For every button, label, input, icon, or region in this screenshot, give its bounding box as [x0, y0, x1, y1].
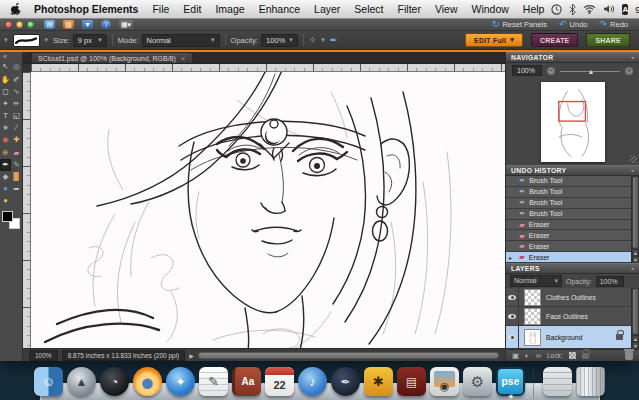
cookie-cutter-tool[interactable]: ★ [0, 122, 11, 134]
navigator-menu-icon[interactable]: ▪ [631, 54, 634, 61]
lasso-tool[interactable]: ∿ [11, 85, 22, 97]
smudge-tool[interactable]: ➦ [11, 183, 22, 195]
layer-visibility-toggle[interactable] [506, 307, 519, 325]
menu-item-help[interactable]: Help [516, 3, 552, 15]
create-button[interactable]: CREATE [531, 33, 578, 47]
canvas[interactable] [31, 72, 505, 348]
open-file-button[interactable]: ▨ [63, 20, 74, 29]
menu-item-edit[interactable]: Edit [176, 3, 208, 15]
dock-dashboard-icon[interactable]: ◔ [100, 367, 129, 396]
wifi-icon[interactable] [583, 4, 596, 14]
history-state-eraser[interactable]: ▸▰Eraser [506, 230, 631, 241]
brush-picker-dropdown[interactable]: ▾ [45, 36, 49, 44]
undo-history-scrollbar[interactable]: ▲ ▼ [631, 176, 639, 263]
slider-thumb-icon[interactable]: ▲ [588, 68, 595, 75]
undo-history-menu-icon[interactable]: ▪ [631, 167, 634, 174]
lock-all-icon[interactable] [582, 353, 589, 359]
dock-trash-icon[interactable] [576, 367, 605, 396]
dock-dictionary-icon[interactable]: Aa [232, 367, 261, 396]
history-state-eraser[interactable]: ▸▰Eraser [506, 252, 631, 263]
adjustment-layer-icon[interactable]: ◐ [525, 352, 530, 360]
panel-resize-grip[interactable] [630, 156, 637, 163]
minimize-window-button[interactable] [16, 21, 23, 28]
magic-wand-tool[interactable]: ✦ [0, 98, 11, 110]
history-state-eraser[interactable]: ▸▰Eraser [506, 220, 631, 231]
blend-mode-field[interactable]: Normal▾ [142, 34, 220, 47]
crop-tool[interactable]: ◱ [11, 110, 22, 122]
battery-indicator[interactable]: 98% [635, 4, 639, 15]
foreground-color-swatch[interactable] [2, 211, 13, 222]
hand-tool[interactable]: ✋ [0, 73, 11, 85]
layer-row-face-outlines[interactable]: Face Outlines [506, 307, 631, 326]
move-tool[interactable]: ↖ [0, 61, 11, 73]
menu-item-enhance[interactable]: Enhance [252, 3, 307, 15]
eraser-tool[interactable]: ▰ [11, 146, 22, 158]
reset-panels-button[interactable]: ↻Reset Panels [492, 20, 547, 29]
history-state-brush-tool[interactable]: ▸✒Brush Tool [506, 209, 631, 220]
menu-item-filter[interactable]: Filter [391, 3, 428, 15]
zoom-in-icon[interactable]: + [625, 67, 633, 75]
history-state-eraser[interactable]: ▸▰Eraser [506, 241, 631, 252]
dock-pages-icon[interactable]: ✒ [331, 367, 360, 396]
lock-transparency-icon[interactable] [569, 352, 576, 359]
layer-thumbnail[interactable] [524, 308, 541, 325]
undo-history-header[interactable]: UNDO HISTORY▪ [506, 165, 639, 176]
red-eye-tool[interactable]: ◉ [0, 134, 11, 146]
dock-textedit-icon[interactable]: ✎ [199, 367, 228, 396]
dock-firefox-icon[interactable] [133, 367, 162, 396]
status-options-arrow[interactable]: ▶ [189, 352, 194, 359]
delete-layer-icon[interactable] [625, 351, 633, 360]
brush-tool[interactable]: ✒ [0, 159, 11, 171]
dock-iphoto-icon[interactable]: ◉ [430, 367, 459, 396]
layer-opacity-field[interactable]: 100% [596, 276, 624, 287]
new-file-button[interactable]: ▤ [44, 20, 55, 29]
menu-item-select[interactable]: Select [347, 3, 390, 15]
paint-bucket-tool[interactable]: ◆ [0, 171, 11, 183]
smart-brush-tool[interactable]: ✎ [11, 159, 22, 171]
clone-stamp-tool[interactable]: ⊕ [0, 146, 11, 158]
dock-transmit-icon[interactable]: ✱ [364, 367, 393, 396]
dock-photoshop-elements-icon[interactable]: pse [496, 367, 525, 396]
layers-scrollbar[interactable]: ▲ ▼ [631, 288, 639, 349]
history-state-brush-tool[interactable]: ▸✒Brush Tool [506, 187, 631, 198]
zoom-window-button[interactable] [27, 21, 34, 28]
menu-item-layer[interactable]: Layer [307, 3, 347, 15]
layers-menu-icon[interactable]: ▪ [631, 265, 634, 272]
apple-menu-icon[interactable] [10, 3, 21, 15]
dock-system-preferences-icon[interactable]: ⚙ [463, 367, 492, 396]
dock-calendar-icon[interactable]: 22 [265, 367, 294, 396]
zoom-tool[interactable]: ◎ [11, 61, 22, 73]
layers-header[interactable]: LAYERS▪ [506, 263, 639, 274]
menu-item-photoshop-elements[interactable]: Photoshop Elements [27, 3, 145, 15]
status-scroll-track[interactable] [198, 352, 499, 359]
help-button[interactable]: ? [101, 20, 111, 29]
layer-visibility-toggle[interactable] [506, 326, 519, 348]
layer-visibility-toggle[interactable] [506, 288, 519, 306]
dock-finder-icon[interactable]: ☺ [34, 367, 63, 396]
menu-item-view[interactable]: View [428, 3, 465, 15]
layer-blend-mode-field[interactable]: Normal▾ [510, 275, 562, 287]
tool-presets-dropdown[interactable]: ▾ [4, 36, 8, 44]
brush-options-dropdown[interactable]: ▾ [321, 36, 325, 44]
healing-brush-tool[interactable]: ✚ [11, 134, 22, 146]
layer-row-clothes-outlines[interactable]: Clothes Outlines [506, 288, 631, 307]
navigator-header[interactable]: NAVIGATOR▪ [506, 52, 639, 63]
navigator-zoom-slider[interactable]: ▲ [560, 67, 620, 75]
new-layer-icon[interactable]: ▣ [512, 352, 519, 360]
marquee-tool[interactable]: ◻ [0, 85, 11, 97]
quick-selection-tool[interactable]: ✏ [11, 98, 22, 110]
bluetooth-icon[interactable] [569, 4, 576, 15]
scroll-up-icon[interactable]: ▲ [632, 249, 639, 256]
history-state-brush-tool[interactable]: ▸✒Brush Tool [506, 176, 631, 187]
layers-scroll-down-icon[interactable]: ▼ [632, 342, 639, 349]
toolbox-collapse-button[interactable]: « [0, 53, 9, 61]
dock-video-app-icon[interactable]: ▤ [397, 367, 426, 396]
input-source-icon[interactable]: A [622, 4, 628, 15]
arrange-documents-button[interactable]: ▦▾ [119, 20, 133, 29]
scroll-down-icon[interactable]: ▼ [632, 256, 639, 263]
gradient-tool[interactable]: ▉ [11, 171, 22, 183]
navigator-zoom-field[interactable]: 100% [512, 65, 542, 76]
layer-thumbnail[interactable] [524, 329, 541, 346]
dock-documents-icon[interactable] [543, 367, 572, 396]
edit-full-button[interactable]: EDIT Full▾ [465, 33, 523, 47]
